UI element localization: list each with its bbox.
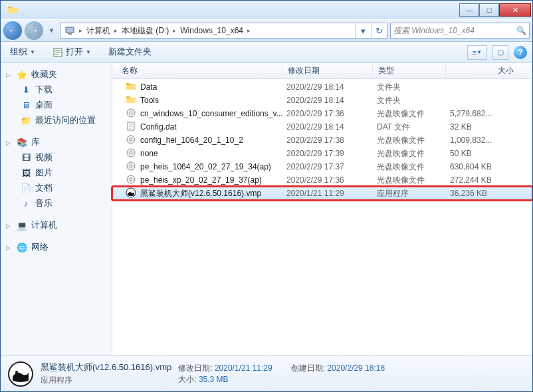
file-icon (126, 187, 136, 200)
navbar: ← → ▼ ▸ 计算机 ▸ 本地磁盘 (D:) ▸ Windows_10_x64… (1, 19, 532, 42)
file-row[interactable]: config_hei_1064_20_1_10_22020/2/29 17:38… (112, 134, 532, 147)
search-icon: 🔍 (516, 26, 526, 35)
file-size: 630,804 KB (450, 162, 523, 171)
file-row[interactable]: Config.dat2020/2/29 18:14DAT 文件32 KB (112, 120, 532, 134)
file-date: 2020/2/29 18:14 (286, 82, 377, 92)
sidebar-favorites[interactable]: ▷⭐收藏夹 (1, 67, 112, 82)
sidebar: ▷⭐收藏夹 ⬇下载 🖥桌面 📁最近访问的位置 ▷📚库 🎞视频 🖼图片 📄文档 ♪… (1, 63, 112, 355)
file-icon (126, 108, 136, 120)
sidebar-item-desktop[interactable]: 🖥桌面 (1, 98, 112, 113)
file-size: 36,236 KB (450, 189, 523, 198)
back-button[interactable]: ← (3, 21, 22, 40)
file-date: 2020/2/29 17:36 (286, 109, 377, 118)
svg-point-9 (130, 151, 132, 154)
file-size: 1,009,832... (450, 136, 523, 145)
titlebar[interactable]: — □ ✕ (1, 1, 532, 19)
file-icon (126, 121, 136, 134)
desktop-icon: 🖥 (21, 100, 31, 111)
open-button[interactable]: 打开▼ (49, 45, 95, 60)
file-type: 光盘映像文件 (377, 148, 450, 159)
sidebar-item-pictures[interactable]: 🖼图片 (1, 165, 112, 181)
file-row[interactable]: pe_heis_1064_20_02_27_19_34(ap)2020/2/29… (112, 160, 532, 173)
content-pane: 名称 修改日期 类型 大小 Data2020/2/29 18:14文件夹Tool… (112, 63, 532, 355)
file-name: config_hei_1064_20_1_10_2 (140, 136, 243, 145)
close-button[interactable]: ✕ (499, 3, 531, 17)
sidebar-computer[interactable]: ▷💻计算机 (1, 218, 112, 233)
file-date: 2020/2/29 17:39 (286, 149, 377, 158)
sidebar-library[interactable]: ▷📚库 (1, 135, 112, 150)
new-folder-button[interactable]: 新建文件夹 (104, 45, 156, 60)
file-icon (126, 94, 136, 107)
file-name: 黑鲨装机大师(v12.6.50.1616).vmp (140, 188, 261, 199)
file-date: 2020/2/29 17:37 (286, 162, 377, 171)
file-row[interactable]: pe_heis_xp_20_02_27_19_37(ap)2020/2/29 1… (112, 173, 532, 187)
file-size: 5,279,682... (450, 109, 523, 118)
col-name[interactable]: 名称 (112, 63, 282, 78)
help-button[interactable]: ? (514, 46, 527, 59)
history-dropdown[interactable]: ▼ (46, 27, 57, 34)
file-row[interactable]: Data2020/2/29 18:14文件夹 (112, 80, 532, 94)
organize-button[interactable]: 组织▼ (6, 45, 39, 60)
svg-point-4 (130, 112, 132, 114)
document-icon: 📄 (21, 183, 31, 194)
col-size[interactable]: 大小 (446, 63, 519, 78)
file-row[interactable]: Tools2020/2/29 18:14文件夹 (112, 94, 532, 107)
details-pane: 黑鲨装机大师(v12.6.50.1616).vmp 应用程序 修改日期: 202… (1, 355, 532, 391)
breadcrumb-seg[interactable]: 本地磁盘 (D:) (118, 23, 173, 38)
file-type: 光盘映像文件 (377, 161, 450, 173)
file-type: 应用程序 (377, 188, 450, 199)
address-bar[interactable]: ▸ 计算机 ▸ 本地磁盘 (D:) ▸ Windows_10_x64 ▸ ▾ ↻ (60, 23, 387, 39)
file-type: DAT 文件 (377, 122, 450, 133)
file-row[interactable]: none2020/2/29 17:39光盘映像文件50 KB (112, 147, 532, 160)
svg-rect-0 (66, 27, 74, 33)
sidebar-item-videos[interactable]: 🎞视频 (1, 150, 112, 165)
file-type: 光盘映像文件 (377, 175, 450, 186)
search-input[interactable]: 搜索 Windows_10_x64 🔍 (390, 23, 530, 39)
view-mode-button[interactable]: ≡ ▼ (467, 45, 487, 60)
file-date: 2020/1/21 11:29 (286, 189, 377, 198)
file-date: 2020/2/29 18:14 (286, 122, 377, 132)
file-icon (126, 174, 136, 187)
file-list[interactable]: Data2020/2/29 18:14文件夹Tools2020/2/29 18:… (112, 79, 532, 355)
sidebar-network[interactable]: ▷🌐网络 (1, 240, 112, 255)
preview-pane-button[interactable]: ▢ (492, 45, 508, 60)
file-size: 272,244 KB (450, 175, 523, 185)
file-date: 2020/2/29 17:38 (286, 136, 377, 145)
file-name: Config.dat (140, 122, 177, 132)
refresh-button[interactable]: ↻ (371, 23, 387, 38)
sidebar-item-documents[interactable]: 📄文档 (1, 181, 112, 196)
open-icon (53, 47, 63, 58)
forward-button[interactable]: → (25, 21, 43, 40)
file-name: pe_heis_xp_20_02_27_19_37(ap) (140, 175, 262, 185)
file-type: 光盘映像文件 (377, 108, 450, 120)
svg-rect-1 (68, 33, 72, 35)
computer-icon: 💻 (17, 221, 27, 231)
sidebar-item-music[interactable]: ♪音乐 (1, 196, 112, 211)
explorer-window: — □ ✕ ← → ▼ ▸ 计算机 ▸ 本地磁盘 (D:) ▸ Windows_… (0, 0, 533, 392)
picture-icon: 🖼 (21, 168, 31, 179)
col-date[interactable]: 修改日期 (282, 63, 373, 78)
details-filetype: 应用程序 (41, 375, 171, 386)
details-filename: 黑鲨装机大师(v12.6.50.1616).vmp (41, 361, 171, 373)
breadcrumb-computer-icon[interactable] (60, 23, 79, 38)
column-headers: 名称 修改日期 类型 大小 (112, 63, 532, 79)
minimize-button[interactable]: — (459, 3, 479, 17)
breadcrumb-seg[interactable]: Windows_10_x64 (176, 23, 247, 38)
file-type: 文件夹 (377, 95, 450, 106)
svg-point-16 (15, 371, 18, 373)
file-name: cn_windows_10_consumer_editions_v... (140, 109, 283, 118)
addr-dropdown[interactable]: ▾ (355, 23, 371, 38)
file-icon (126, 81, 136, 94)
file-type: 文件夹 (377, 82, 450, 93)
file-row[interactable]: cn_windows_10_consumer_editions_v...2020… (112, 107, 532, 120)
file-date: 2020/2/29 17:36 (286, 175, 377, 185)
sidebar-item-recent[interactable]: 📁最近访问的位置 (1, 113, 112, 128)
file-row[interactable]: 黑鲨装机大师(v12.6.50.1616).vmp2020/1/21 11:29… (112, 187, 532, 200)
col-type[interactable]: 类型 (373, 63, 446, 78)
breadcrumb-seg[interactable]: 计算机 (82, 23, 114, 38)
sidebar-item-downloads[interactable]: ⬇下载 (1, 82, 112, 98)
file-name: Tools (140, 96, 159, 105)
file-date: 2020/2/29 18:14 (286, 96, 377, 105)
music-icon: ♪ (21, 199, 31, 209)
maximize-button[interactable]: □ (479, 3, 499, 17)
